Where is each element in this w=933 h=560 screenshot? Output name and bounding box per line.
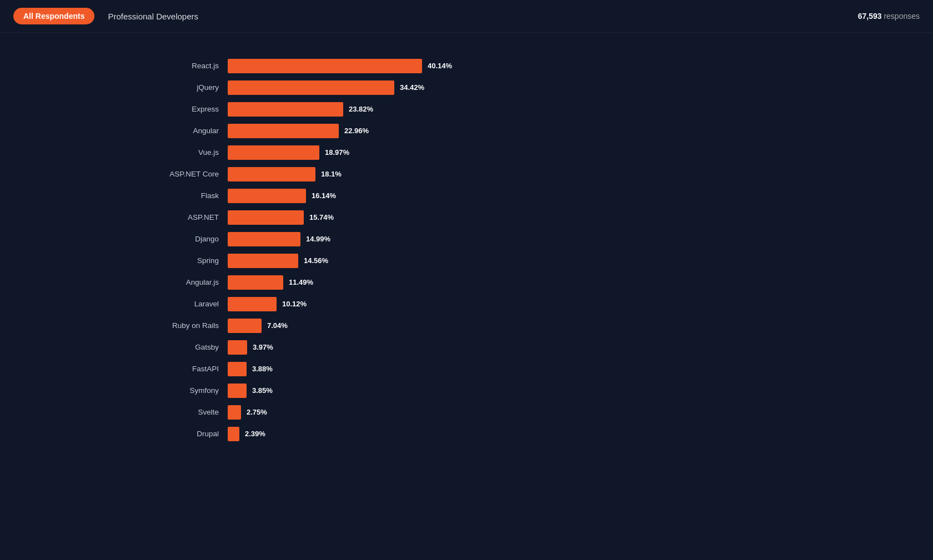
bar: [228, 232, 300, 246]
bar-wrapper: 14.99%: [228, 232, 889, 246]
bar: [228, 145, 319, 160]
bar-wrapper: 2.75%: [228, 405, 889, 420]
chart-row: ASP.NET Core18.1%: [0, 163, 889, 185]
bar-value: 10.12%: [282, 300, 307, 308]
chart-row: Vue.js18.97%: [0, 142, 889, 163]
bar-label: Angular.js: [0, 278, 228, 286]
chart-row: Laravel10.12%: [0, 293, 889, 315]
bar-label: React.js: [0, 62, 228, 70]
bar-label: Symfony: [0, 386, 228, 395]
bar-wrapper: 11.49%: [228, 275, 889, 290]
bar-wrapper: 15.74%: [228, 210, 889, 225]
bar-value: 16.14%: [312, 191, 336, 200]
bar: [228, 319, 262, 333]
bar-value: 2.75%: [247, 408, 267, 416]
bar-value: 3.85%: [252, 386, 273, 395]
bar-label: Angular: [0, 127, 228, 135]
bar: [228, 210, 304, 225]
chart-row: jQuery34.42%: [0, 77, 889, 98]
bar-label: Ruby on Rails: [0, 321, 228, 330]
chart-row: Angular22.96%: [0, 120, 889, 142]
bar-label: Vue.js: [0, 148, 228, 157]
bar-value: 22.96%: [344, 127, 369, 135]
chart-row: Gatsby3.97%: [0, 336, 889, 358]
bar-wrapper: 16.14%: [228, 189, 889, 203]
bar-label: Svelte: [0, 408, 228, 416]
bar-wrapper: 18.1%: [228, 167, 889, 181]
bar-label: jQuery: [0, 83, 228, 92]
bar-label: ASP.NET Core: [0, 170, 228, 178]
bar-wrapper: 14.56%: [228, 254, 889, 268]
bar: [228, 405, 241, 420]
chart-row: React.js40.14%: [0, 55, 889, 77]
filter-label: Professional Developers: [108, 12, 198, 21]
response-count-suffix: responses: [882, 12, 920, 21]
all-respondents-button[interactable]: All Respondents: [13, 8, 94, 24]
bar-wrapper: 7.04%: [228, 319, 889, 333]
bar-wrapper: 3.88%: [228, 362, 889, 376]
bar-label: Express: [0, 105, 228, 113]
bar-value: 14.56%: [304, 256, 328, 265]
bar-wrapper: 40.14%: [228, 59, 889, 73]
response-count: 67,593 responses: [858, 12, 920, 21]
bar-wrapper: 2.39%: [228, 427, 889, 441]
bar: [228, 102, 343, 117]
bar-wrapper: 18.97%: [228, 145, 889, 160]
bar-wrapper: 22.96%: [228, 124, 889, 138]
chart-row: Symfony3.85%: [0, 380, 889, 401]
bar-wrapper: 3.97%: [228, 340, 889, 355]
bar: [228, 297, 277, 311]
bar-value: 3.88%: [252, 365, 273, 373]
response-count-number: 67,593: [858, 12, 882, 21]
bar: [228, 59, 422, 73]
bar-label: ASP.NET: [0, 213, 228, 221]
bar-value: 3.97%: [253, 343, 273, 351]
bar-label: Gatsby: [0, 343, 228, 351]
bar: [228, 275, 283, 290]
chart-row: Svelte2.75%: [0, 401, 889, 423]
bar: [228, 124, 339, 138]
bar: [228, 427, 239, 441]
bar-wrapper: 10.12%: [228, 297, 889, 311]
bar-value: 40.14%: [428, 62, 452, 70]
bar-label: Django: [0, 235, 228, 243]
bar-label: Drupal: [0, 430, 228, 438]
bar-value: 18.1%: [321, 170, 342, 178]
chart-row: Express23.82%: [0, 98, 889, 120]
bar-wrapper: 23.82%: [228, 102, 889, 117]
bar: [228, 384, 247, 398]
bar: [228, 254, 298, 268]
bar-value: 15.74%: [309, 213, 334, 221]
bar-chart: React.js40.14%jQuery34.42%Express23.82%A…: [0, 33, 933, 467]
bar-value: 11.49%: [289, 278, 313, 286]
bar-value: 18.97%: [325, 148, 349, 157]
chart-row: Flask16.14%: [0, 185, 889, 206]
bar: [228, 80, 394, 95]
page-header: All Respondents Professional Developers …: [0, 0, 933, 33]
bar-value: 2.39%: [245, 430, 265, 438]
bar: [228, 340, 247, 355]
chart-row: Spring14.56%: [0, 250, 889, 271]
chart-row: Django14.99%: [0, 228, 889, 250]
bar-label: Laravel: [0, 300, 228, 308]
bar-value: 14.99%: [306, 235, 330, 243]
bar: [228, 362, 247, 376]
bar: [228, 167, 315, 181]
bar-wrapper: 34.42%: [228, 80, 889, 95]
bar-label: FastAPI: [0, 365, 228, 373]
bar-value: 7.04%: [267, 321, 288, 330]
bar-label: Spring: [0, 256, 228, 265]
bar: [228, 189, 306, 203]
chart-row: Angular.js11.49%: [0, 271, 889, 293]
bar-wrapper: 3.85%: [228, 384, 889, 398]
bar-value: 34.42%: [400, 83, 424, 92]
chart-row: Drupal2.39%: [0, 423, 889, 445]
chart-row: Ruby on Rails7.04%: [0, 315, 889, 336]
bar-value: 23.82%: [349, 105, 373, 113]
chart-row: ASP.NET15.74%: [0, 206, 889, 228]
chart-row: FastAPI3.88%: [0, 358, 889, 380]
bar-label: Flask: [0, 191, 228, 200]
